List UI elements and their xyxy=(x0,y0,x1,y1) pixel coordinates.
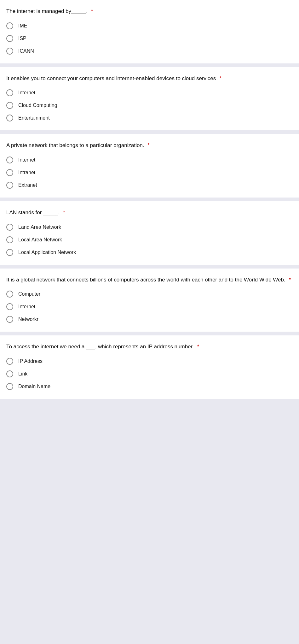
option-label-q3-o2: Intranet xyxy=(18,170,35,175)
radio-circle-q4-o2[interactable] xyxy=(6,236,13,243)
option-row-q5-o3[interactable]: Networkr xyxy=(6,316,293,323)
radio-circle-q2-o3[interactable] xyxy=(6,115,13,121)
page-container: The internet is managed by_____. *IMEISP… xyxy=(0,0,299,399)
option-label-q5-o2: Internet xyxy=(18,304,35,310)
question-card-5: It is a global network that connects bil… xyxy=(0,269,299,332)
option-label-q1-o3: ICANN xyxy=(18,48,34,54)
radio-circle-q3-o2[interactable] xyxy=(6,169,13,176)
option-label-q6-o2: Link xyxy=(18,371,27,377)
required-star-3: * xyxy=(147,142,150,148)
question-card-3: A private network that belongs to a part… xyxy=(0,134,299,198)
required-star-6: * xyxy=(197,344,199,350)
radio-circle-q1-o2[interactable] xyxy=(6,35,13,42)
option-label-q5-o1: Computer xyxy=(18,291,40,297)
option-row-q6-o2[interactable]: Link xyxy=(6,370,293,377)
option-row-q1-o2[interactable]: ISP xyxy=(6,35,293,42)
option-row-q4-o3[interactable]: Local Application Network xyxy=(6,249,293,256)
radio-circle-q5-o1[interactable] xyxy=(6,291,13,298)
radio-circle-q2-o2[interactable] xyxy=(6,102,13,109)
option-row-q2-o3[interactable]: Entertainment xyxy=(6,115,293,121)
question-text-1: The internet is managed by_____. * xyxy=(6,8,293,15)
required-star-2: * xyxy=(219,75,221,81)
required-star-4: * xyxy=(63,210,65,216)
option-row-q4-o1[interactable]: Land Area Network xyxy=(6,224,293,231)
radio-circle-q3-o1[interactable] xyxy=(6,157,13,163)
question-text-6: To access the internet we need a ___, wh… xyxy=(6,343,293,351)
option-row-q2-o1[interactable]: Internet xyxy=(6,89,293,96)
radio-circle-q6-o2[interactable] xyxy=(6,370,13,377)
question-card-6: To access the internet we need a ___, wh… xyxy=(0,335,299,399)
option-label-q4-o1: Land Area Network xyxy=(18,224,61,230)
option-row-q6-o1[interactable]: IP Address xyxy=(6,358,293,365)
radio-circle-q5-o3[interactable] xyxy=(6,316,13,323)
option-row-q5-o1[interactable]: Computer xyxy=(6,291,293,298)
radio-circle-q6-o1[interactable] xyxy=(6,358,13,365)
option-label-q2-o3: Entertainment xyxy=(18,115,50,121)
required-star-1: * xyxy=(91,8,93,14)
option-row-q3-o2[interactable]: Intranet xyxy=(6,169,293,176)
question-text-4: LAN stands for _____. * xyxy=(6,209,293,217)
question-text-3: A private network that belongs to a part… xyxy=(6,142,293,150)
option-row-q3-o1[interactable]: Internet xyxy=(6,157,293,163)
option-label-q6-o1: IP Address xyxy=(18,358,43,364)
option-row-q1-o3[interactable]: ICANN xyxy=(6,48,293,55)
radio-circle-q4-o1[interactable] xyxy=(6,224,13,231)
option-label-q6-o3: Domain Name xyxy=(18,384,50,389)
option-label-q2-o2: Cloud Computing xyxy=(18,103,57,108)
radio-circle-q1-o1[interactable] xyxy=(6,22,13,29)
option-row-q6-o3[interactable]: Domain Name xyxy=(6,383,293,390)
radio-circle-q2-o1[interactable] xyxy=(6,89,13,96)
option-label-q2-o1: Internet xyxy=(18,90,35,96)
radio-circle-q6-o3[interactable] xyxy=(6,383,13,390)
question-text-2: It enables you to connect your computers… xyxy=(6,75,293,83)
option-row-q3-o3[interactable]: Extranet xyxy=(6,182,293,189)
required-star-5: * xyxy=(289,277,291,283)
option-label-q4-o2: Local Area Network xyxy=(18,237,62,243)
option-row-q1-o1[interactable]: IME xyxy=(6,22,293,29)
option-label-q1-o1: IME xyxy=(18,23,27,29)
radio-circle-q1-o3[interactable] xyxy=(6,48,13,55)
question-card-1: The internet is managed by_____. *IMEISP… xyxy=(0,0,299,63)
question-card-2: It enables you to connect your computers… xyxy=(0,67,299,131)
option-row-q4-o2[interactable]: Local Area Network xyxy=(6,236,293,243)
radio-circle-q3-o3[interactable] xyxy=(6,182,13,189)
option-label-q5-o3: Networkr xyxy=(18,316,38,322)
option-label-q3-o3: Extranet xyxy=(18,182,37,188)
question-text-5: It is a global network that connects bil… xyxy=(6,276,293,284)
radio-circle-q4-o3[interactable] xyxy=(6,249,13,256)
option-row-q5-o2[interactable]: Internet xyxy=(6,303,293,310)
radio-circle-q5-o2[interactable] xyxy=(6,303,13,310)
question-card-4: LAN stands for _____. *Land Area Network… xyxy=(0,201,299,265)
option-label-q3-o1: Internet xyxy=(18,157,35,163)
option-label-q4-o3: Local Application Network xyxy=(18,250,76,255)
option-row-q2-o2[interactable]: Cloud Computing xyxy=(6,102,293,109)
option-label-q1-o2: ISP xyxy=(18,36,26,41)
